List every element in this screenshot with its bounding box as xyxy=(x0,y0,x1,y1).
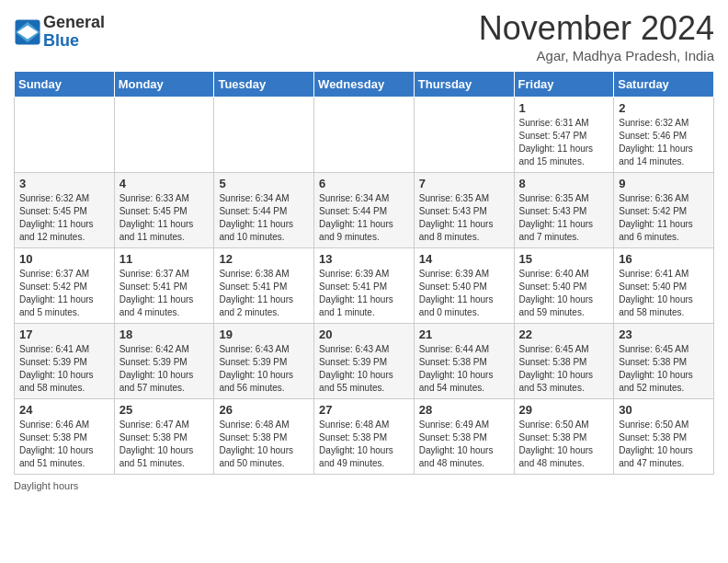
day-number: 10 xyxy=(19,252,109,266)
logo-icon xyxy=(14,18,41,46)
calendar-header-tuesday: Tuesday xyxy=(214,72,314,98)
calendar-cell: 20Sunrise: 6:43 AM Sunset: 5:39 PM Dayli… xyxy=(314,324,415,399)
day-number: 8 xyxy=(519,177,609,190)
day-number: 22 xyxy=(519,327,609,341)
day-number: 26 xyxy=(219,403,309,417)
calendar-cell: 7Sunrise: 6:35 AM Sunset: 5:43 PM Daylig… xyxy=(414,173,514,248)
calendar-cell: 30Sunrise: 6:50 AM Sunset: 5:38 PM Dayli… xyxy=(614,399,714,475)
day-number: 24 xyxy=(19,403,109,417)
day-number: 1 xyxy=(519,101,609,115)
day-info: Sunrise: 6:36 AM Sunset: 5:42 PM Dayligh… xyxy=(619,192,709,244)
day-info: Sunrise: 6:41 AM Sunset: 5:39 PM Dayligh… xyxy=(19,343,109,395)
calendar-cell: 24Sunrise: 6:46 AM Sunset: 5:38 PM Dayli… xyxy=(15,399,115,475)
calendar-cell: 9Sunrise: 6:36 AM Sunset: 5:42 PM Daylig… xyxy=(614,173,714,248)
day-number: 19 xyxy=(219,327,309,341)
calendar-header-monday: Monday xyxy=(114,72,214,98)
calendar-cell: 18Sunrise: 6:42 AM Sunset: 5:39 PM Dayli… xyxy=(114,324,214,399)
calendar-cell: 8Sunrise: 6:35 AM Sunset: 5:43 PM Daylig… xyxy=(514,173,614,248)
calendar-header-saturday: Saturday xyxy=(614,72,714,98)
day-info: Sunrise: 6:31 AM Sunset: 5:47 PM Dayligh… xyxy=(519,117,609,168)
calendar-header-wednesday: Wednesday xyxy=(314,72,415,98)
day-number: 17 xyxy=(19,327,109,341)
calendar-cell: 17Sunrise: 6:41 AM Sunset: 5:39 PM Dayli… xyxy=(15,324,115,399)
calendar-cell: 28Sunrise: 6:49 AM Sunset: 5:38 PM Dayli… xyxy=(414,399,514,475)
calendar-week-row: 10Sunrise: 6:37 AM Sunset: 5:42 PM Dayli… xyxy=(15,248,714,324)
day-number: 21 xyxy=(419,327,509,341)
calendar-cell: 13Sunrise: 6:39 AM Sunset: 5:41 PM Dayli… xyxy=(314,248,415,324)
day-number: 14 xyxy=(419,252,509,266)
day-info: Sunrise: 6:35 AM Sunset: 5:43 PM Dayligh… xyxy=(419,192,509,244)
day-info: Sunrise: 6:48 AM Sunset: 5:38 PM Dayligh… xyxy=(219,419,309,470)
calendar-cell: 3Sunrise: 6:32 AM Sunset: 5:45 PM Daylig… xyxy=(15,173,115,248)
day-info: Sunrise: 6:38 AM Sunset: 5:41 PM Dayligh… xyxy=(219,268,309,319)
calendar-cell: 16Sunrise: 6:41 AM Sunset: 5:40 PM Dayli… xyxy=(614,248,714,324)
calendar-cell: 26Sunrise: 6:48 AM Sunset: 5:38 PM Dayli… xyxy=(214,399,314,475)
calendar-week-row: 1Sunrise: 6:31 AM Sunset: 5:47 PM Daylig… xyxy=(15,98,714,173)
calendar: SundayMondayTuesdayWednesdayThursdayFrid… xyxy=(14,71,714,475)
calendar-cell: 15Sunrise: 6:40 AM Sunset: 5:40 PM Dayli… xyxy=(514,248,614,324)
calendar-cell: 27Sunrise: 6:48 AM Sunset: 5:38 PM Dayli… xyxy=(314,399,415,475)
day-info: Sunrise: 6:46 AM Sunset: 5:38 PM Dayligh… xyxy=(19,419,109,470)
calendar-cell: 11Sunrise: 6:37 AM Sunset: 5:41 PM Dayli… xyxy=(114,248,214,324)
day-number: 30 xyxy=(619,403,709,417)
day-number: 25 xyxy=(119,403,210,417)
day-info: Sunrise: 6:47 AM Sunset: 5:38 PM Dayligh… xyxy=(119,419,210,470)
day-info: Sunrise: 6:40 AM Sunset: 5:40 PM Dayligh… xyxy=(519,268,609,319)
calendar-cell: 21Sunrise: 6:44 AM Sunset: 5:38 PM Dayli… xyxy=(414,324,514,399)
calendar-cell: 4Sunrise: 6:33 AM Sunset: 5:45 PM Daylig… xyxy=(114,173,214,248)
day-number: 5 xyxy=(219,177,309,190)
title-section: November 2024 Agar, Madhya Pradesh, Indi… xyxy=(479,9,714,63)
day-info: Sunrise: 6:35 AM Sunset: 5:43 PM Dayligh… xyxy=(519,192,609,244)
calendar-cell: 12Sunrise: 6:38 AM Sunset: 5:41 PM Dayli… xyxy=(214,248,314,324)
day-info: Sunrise: 6:43 AM Sunset: 5:39 PM Dayligh… xyxy=(319,343,409,395)
calendar-week-row: 17Sunrise: 6:41 AM Sunset: 5:39 PM Dayli… xyxy=(15,324,714,399)
day-info: Sunrise: 6:37 AM Sunset: 5:41 PM Dayligh… xyxy=(119,268,210,319)
logo: General Blue xyxy=(14,14,105,51)
calendar-cell: 5Sunrise: 6:34 AM Sunset: 5:44 PM Daylig… xyxy=(214,173,314,248)
day-number: 13 xyxy=(319,252,409,266)
day-number: 28 xyxy=(419,403,509,417)
location: Agar, Madhya Pradesh, India xyxy=(479,48,714,63)
day-number: 2 xyxy=(619,101,709,115)
day-number: 18 xyxy=(119,327,210,341)
day-info: Sunrise: 6:39 AM Sunset: 5:41 PM Dayligh… xyxy=(319,268,409,319)
calendar-cell xyxy=(214,98,314,173)
page-header: General Blue November 2024 Agar, Madhya … xyxy=(14,9,714,63)
day-number: 7 xyxy=(419,177,509,190)
calendar-header-row: SundayMondayTuesdayWednesdayThursdayFrid… xyxy=(15,72,714,98)
day-number: 12 xyxy=(219,252,309,266)
calendar-week-row: 24Sunrise: 6:46 AM Sunset: 5:38 PM Dayli… xyxy=(15,399,714,475)
day-number: 16 xyxy=(619,252,709,266)
day-info: Sunrise: 6:39 AM Sunset: 5:40 PM Dayligh… xyxy=(419,268,509,319)
footer-note: Daylight hours xyxy=(14,480,714,491)
calendar-cell: 14Sunrise: 6:39 AM Sunset: 5:40 PM Dayli… xyxy=(414,248,514,324)
day-number: 3 xyxy=(19,177,109,190)
day-info: Sunrise: 6:32 AM Sunset: 5:46 PM Dayligh… xyxy=(619,117,709,168)
day-number: 20 xyxy=(319,327,409,341)
calendar-cell xyxy=(15,98,115,173)
calendar-cell: 10Sunrise: 6:37 AM Sunset: 5:42 PM Dayli… xyxy=(15,248,115,324)
calendar-header-sunday: Sunday xyxy=(15,72,115,98)
day-info: Sunrise: 6:37 AM Sunset: 5:42 PM Dayligh… xyxy=(19,268,109,319)
day-info: Sunrise: 6:34 AM Sunset: 5:44 PM Dayligh… xyxy=(319,192,409,244)
day-number: 15 xyxy=(519,252,609,266)
day-info: Sunrise: 6:48 AM Sunset: 5:38 PM Dayligh… xyxy=(319,419,409,470)
day-info: Sunrise: 6:50 AM Sunset: 5:38 PM Dayligh… xyxy=(619,419,709,470)
day-info: Sunrise: 6:34 AM Sunset: 5:44 PM Dayligh… xyxy=(219,192,309,244)
day-info: Sunrise: 6:49 AM Sunset: 5:38 PM Dayligh… xyxy=(419,419,509,470)
day-number: 9 xyxy=(619,177,709,190)
calendar-week-row: 3Sunrise: 6:32 AM Sunset: 5:45 PM Daylig… xyxy=(15,173,714,248)
calendar-header-thursday: Thursday xyxy=(414,72,514,98)
logo-text: General Blue xyxy=(43,14,105,51)
calendar-cell: 2Sunrise: 6:32 AM Sunset: 5:46 PM Daylig… xyxy=(614,98,714,173)
calendar-cell: 19Sunrise: 6:43 AM Sunset: 5:39 PM Dayli… xyxy=(214,324,314,399)
day-info: Sunrise: 6:44 AM Sunset: 5:38 PM Dayligh… xyxy=(419,343,509,395)
calendar-cell: 29Sunrise: 6:50 AM Sunset: 5:38 PM Dayli… xyxy=(514,399,614,475)
calendar-cell: 23Sunrise: 6:45 AM Sunset: 5:38 PM Dayli… xyxy=(614,324,714,399)
day-info: Sunrise: 6:43 AM Sunset: 5:39 PM Dayligh… xyxy=(219,343,309,395)
day-info: Sunrise: 6:41 AM Sunset: 5:40 PM Dayligh… xyxy=(619,268,709,319)
calendar-cell xyxy=(314,98,415,173)
day-number: 11 xyxy=(119,252,210,266)
day-number: 29 xyxy=(519,403,609,417)
day-number: 27 xyxy=(319,403,409,417)
